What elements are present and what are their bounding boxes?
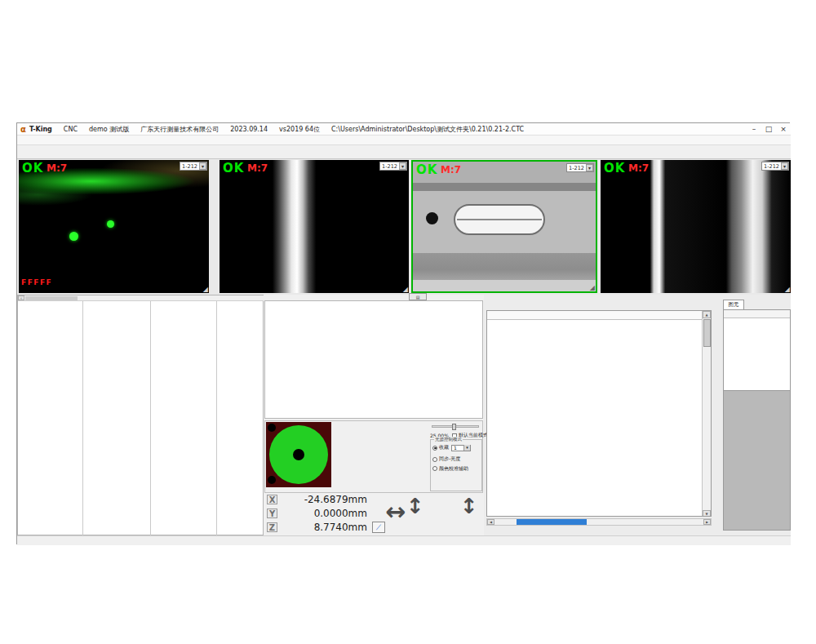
part-bottom: [413, 280, 596, 291]
scroll-thumb[interactable]: [25, 296, 78, 300]
table-vscrollbar[interactable]: ▲ ▼: [702, 311, 711, 517]
jog-z-arrows[interactable]: ↕: [460, 494, 478, 518]
part-edge: [413, 183, 596, 191]
camera2-status: OK: [223, 161, 244, 175]
camera4-channel-select[interactable]: 1-212▾: [761, 162, 789, 171]
resize-grip-icon[interactable]: ◢: [590, 284, 595, 291]
camera3-channel-select[interactable]: 1-212▾: [566, 163, 594, 172]
scroll-right-icon[interactable]: ▶: [703, 519, 711, 525]
light-control-panel: 25.00% 默认当前模式 光源控制模式 收藏 1▾ 同步-亮度 颜色: [264, 420, 483, 493]
app-name: T-King: [29, 126, 52, 133]
element-table: [723, 309, 791, 391]
scroll-left-icon[interactable]: ◀: [487, 519, 494, 525]
feature-column-3: [151, 301, 217, 536]
camera-view-2[interactable]: OK M:7 1-212▾ ◢: [220, 160, 409, 293]
resize-grip-icon[interactable]: ◢: [403, 286, 408, 293]
feature-hscrollbar[interactable]: ‹: [18, 295, 264, 301]
camera4-status: OK: [604, 161, 625, 175]
ring-light-control[interactable]: [266, 422, 331, 487]
company-label: 广东天行测量技术有限公司: [140, 125, 219, 134]
slider-thumb[interactable]: [452, 424, 456, 430]
jog-diagonal-button[interactable]: ⟋: [372, 522, 385, 533]
file-path: C:\Users\Administrator\Desktop\测试文件夹\0.2…: [331, 125, 524, 134]
middle-panel: ▤ 25.00% 默认当前模式: [264, 295, 484, 535]
feature-column-1: [18, 301, 83, 536]
chevron-down-icon[interactable]: ▾: [781, 162, 788, 170]
camera-strip: OK M:7 1-212▾ FFFFF ◢ OK M:7 1-212▾ ◢ OK…: [17, 159, 791, 295]
tool-palette: [264, 300, 483, 419]
part-hole: [426, 212, 438, 224]
app-window: α T-King CNC demo 测试版 广东天行测量技术有限公司 2023.…: [16, 122, 790, 544]
resize-grip-icon[interactable]: ◢: [203, 286, 208, 293]
light-mode-buttons: [333, 423, 344, 491]
default-mode-label: 默认当前模式: [459, 432, 488, 439]
build-label: vs2019 64位: [279, 125, 320, 134]
z-axis-icon: Z: [267, 522, 277, 532]
jog-y-arrows[interactable]: ↕: [406, 494, 424, 518]
color-assist-label: 颜色校准辅助: [439, 465, 468, 473]
y-axis-icon: Y: [267, 509, 277, 518]
dro-panel: X-24.6879mm Y0.0000mm Z8.7740mm ⟋ ↔ ↕ ↕: [264, 494, 483, 535]
palette-options-button[interactable]: ▤: [409, 293, 427, 300]
app-logo-icon: α: [20, 125, 26, 134]
camera-view-4[interactable]: OK M:7 1-212▾ ◢: [601, 160, 791, 293]
x-value: -24.6879mm: [286, 494, 367, 505]
camera1-overlay-text: FFFFF: [21, 278, 52, 286]
table-hscrollbar[interactable]: ◀ ▶: [486, 518, 712, 526]
statusbar: [17, 535, 791, 545]
toolbar: [17, 145, 791, 159]
chevron-down-icon[interactable]: ▾: [199, 162, 206, 170]
camera-view-3-selected[interactable]: OK M:7 1-212▾ ◢: [411, 160, 597, 293]
part-lower: [413, 253, 596, 281]
app-mode: CNC: [64, 126, 78, 133]
favorite-select[interactable]: 1▾: [451, 445, 471, 451]
date-label: 2023.09.14: [230, 126, 268, 133]
menubar: [17, 135, 791, 145]
light-options: 25.00% 默认当前模式 光源控制模式 收藏 1▾ 同步-亮度 颜色: [428, 421, 483, 493]
camera2-mode: M:7: [247, 162, 268, 174]
jog-arrows: ↔ ↕ ↕: [385, 492, 483, 533]
ring-center-dot: [293, 449, 304, 460]
ring-corner-dot: [268, 424, 276, 432]
close-button[interactable]: ×: [776, 125, 791, 133]
maximize-button[interactable]: □: [761, 125, 776, 133]
scroll-down-icon[interactable]: ▼: [703, 510, 711, 517]
chevron-down-icon[interactable]: ▾: [399, 162, 406, 170]
chevron-down-icon[interactable]: ▾: [586, 164, 593, 171]
jog-x-arrows[interactable]: ↔: [385, 497, 406, 526]
ring-corner-dot: [268, 476, 276, 484]
main-area: ‹ ▤: [17, 295, 791, 535]
light-mode-group: 光源控制模式 收藏 1▾ 同步-亮度 颜色校准辅助: [430, 439, 482, 491]
chevron-down-icon[interactable]: ▾: [463, 445, 470, 451]
laser-dot: [69, 232, 78, 241]
camera2-channel-select[interactable]: 1-212▾: [379, 162, 407, 171]
camera-view-1[interactable]: OK M:7 1-212▾ FFFFF ◢: [19, 160, 209, 293]
feature-column-2: [83, 301, 151, 536]
camera3-status: OK: [416, 162, 437, 177]
camera1-channel-select[interactable]: 1-212▾: [180, 162, 207, 171]
favorite-label: 收藏: [439, 444, 449, 451]
sync-brightness-label: 同步-亮度: [439, 455, 460, 463]
results-table: ▲ ▼: [486, 310, 712, 517]
master-brightness-slider[interactable]: [432, 425, 479, 428]
sync-brightness-radio[interactable]: [432, 457, 437, 462]
favorite-radio[interactable]: [432, 446, 437, 451]
scroll-up-icon[interactable]: ▲: [703, 311, 711, 318]
camera1-status: OK: [22, 161, 43, 175]
scroll-left-icon[interactable]: ‹: [18, 295, 24, 300]
laser-dot: [107, 220, 114, 228]
tab-element[interactable]: 图元: [723, 300, 744, 309]
feature-list-panel: ‹: [17, 295, 264, 535]
color-assist-radio[interactable]: [432, 466, 437, 471]
scroll-thumb[interactable]: [517, 519, 587, 525]
resize-grip-icon[interactable]: ◢: [785, 286, 790, 293]
camera3-mode: M:7: [441, 164, 461, 175]
minimize-button[interactable]: –: [747, 125, 761, 133]
group-title: 光源控制模式: [434, 437, 463, 442]
scroll-thumb[interactable]: [703, 319, 711, 347]
x-axis-icon: X: [267, 495, 277, 504]
results-tabs: [486, 300, 723, 310]
camera1-mode: M:7: [47, 162, 67, 174]
y-value: 0.0000mm: [286, 508, 367, 519]
edition-label: demo 测试版: [89, 125, 129, 134]
